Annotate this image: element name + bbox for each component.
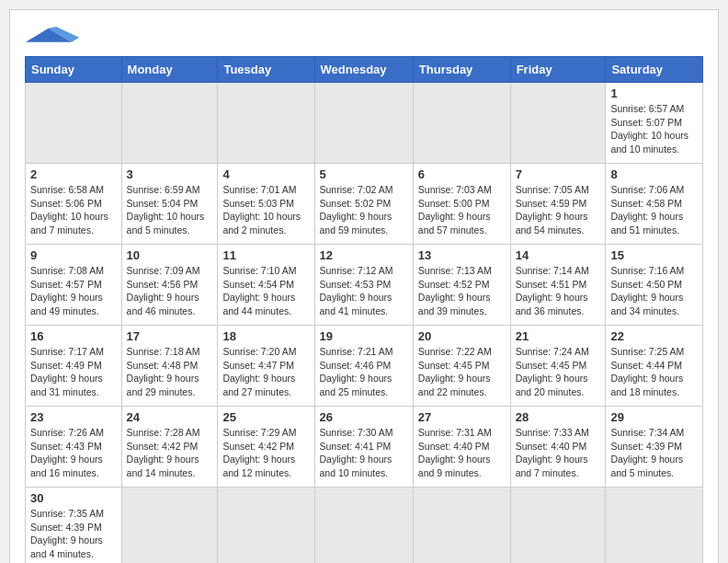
day-cell: 16Sunrise: 7:17 AM Sunset: 4:49 PM Dayli…: [26, 326, 122, 407]
week-row-4: 23Sunrise: 7:26 AM Sunset: 4:43 PM Dayli…: [26, 407, 703, 488]
weekday-sunday: Sunday: [26, 57, 122, 83]
weekday-header-row: SundayMondayTuesdayWednesdayThursdayFrid…: [26, 57, 703, 83]
day-cell: 20Sunrise: 7:22 AM Sunset: 4:45 PM Dayli…: [413, 326, 510, 407]
week-row-1: 2Sunrise: 6:58 AM Sunset: 5:06 PM Daylig…: [26, 164, 703, 245]
day-cell: 30Sunrise: 7:35 AM Sunset: 4:39 PM Dayli…: [26, 488, 122, 564]
day-info: Sunrise: 7:22 AM Sunset: 4:45 PM Dayligh…: [418, 345, 506, 399]
day-info: Sunrise: 7:13 AM Sunset: 4:52 PM Dayligh…: [418, 264, 506, 318]
day-cell: 4Sunrise: 7:01 AM Sunset: 5:03 PM Daylig…: [218, 164, 314, 245]
day-number: 10: [127, 248, 213, 262]
day-number: 20: [418, 329, 506, 343]
day-cell: 3Sunrise: 6:59 AM Sunset: 5:04 PM Daylig…: [121, 164, 218, 245]
day-info: Sunrise: 7:33 AM Sunset: 4:40 PM Dayligh…: [516, 426, 601, 480]
day-info: Sunrise: 7:06 AM Sunset: 4:58 PM Dayligh…: [610, 183, 698, 237]
calendar-table: SundayMondayTuesdayWednesdayThursdayFrid…: [25, 56, 703, 563]
day-info: Sunrise: 7:05 AM Sunset: 4:59 PM Dayligh…: [516, 183, 601, 237]
day-cell: 23Sunrise: 7:26 AM Sunset: 4:43 PM Dayli…: [26, 407, 122, 488]
day-number: 16: [30, 329, 117, 343]
week-row-0: 1Sunrise: 6:57 AM Sunset: 5:07 PM Daylig…: [26, 83, 703, 164]
day-number: 3: [127, 167, 213, 181]
day-info: Sunrise: 7:25 AM Sunset: 4:44 PM Dayligh…: [610, 345, 698, 399]
day-info: Sunrise: 7:10 AM Sunset: 4:54 PM Dayligh…: [222, 264, 309, 318]
day-info: Sunrise: 7:26 AM Sunset: 4:43 PM Dayligh…: [30, 426, 117, 480]
day-cell: 8Sunrise: 7:06 AM Sunset: 4:58 PM Daylig…: [606, 164, 703, 245]
day-cell: [26, 83, 122, 164]
weekday-tuesday: Tuesday: [218, 57, 314, 83]
day-cell: 15Sunrise: 7:16 AM Sunset: 4:50 PM Dayli…: [606, 245, 703, 326]
calendar-container: SundayMondayTuesdayWednesdayThursdayFrid…: [9, 9, 719, 563]
logo-icon: [25, 27, 80, 45]
day-info: Sunrise: 7:29 AM Sunset: 4:42 PM Dayligh…: [222, 426, 309, 480]
header: [25, 25, 703, 45]
day-cell: 27Sunrise: 7:31 AM Sunset: 4:40 PM Dayli…: [413, 407, 510, 488]
day-cell: 29Sunrise: 7:34 AM Sunset: 4:39 PM Dayli…: [606, 407, 703, 488]
logo: [25, 25, 80, 45]
week-row-2: 9Sunrise: 7:08 AM Sunset: 4:57 PM Daylig…: [26, 245, 703, 326]
day-number: 28: [516, 410, 601, 424]
day-info: Sunrise: 7:30 AM Sunset: 4:41 PM Dayligh…: [320, 426, 408, 480]
day-cell: [606, 488, 703, 564]
day-number: 7: [516, 167, 601, 181]
day-number: 14: [516, 248, 601, 262]
day-cell: 26Sunrise: 7:30 AM Sunset: 4:41 PM Dayli…: [314, 407, 413, 488]
day-cell: 10Sunrise: 7:09 AM Sunset: 4:56 PM Dayli…: [121, 245, 218, 326]
day-number: 15: [610, 248, 698, 262]
day-cell: 28Sunrise: 7:33 AM Sunset: 4:40 PM Dayli…: [510, 407, 606, 488]
day-number: 26: [320, 410, 408, 424]
day-cell: 19Sunrise: 7:21 AM Sunset: 4:46 PM Dayli…: [314, 326, 413, 407]
day-cell: [413, 83, 510, 164]
week-row-5: 30Sunrise: 7:35 AM Sunset: 4:39 PM Dayli…: [26, 488, 703, 564]
day-info: Sunrise: 7:21 AM Sunset: 4:46 PM Dayligh…: [320, 345, 408, 399]
day-number: 25: [222, 410, 309, 424]
day-cell: [314, 83, 413, 164]
day-info: Sunrise: 6:57 AM Sunset: 5:07 PM Dayligh…: [610, 102, 698, 156]
day-info: Sunrise: 7:03 AM Sunset: 5:00 PM Dayligh…: [418, 183, 506, 237]
day-info: Sunrise: 7:12 AM Sunset: 4:53 PM Dayligh…: [320, 264, 408, 318]
day-info: Sunrise: 7:35 AM Sunset: 4:39 PM Dayligh…: [30, 507, 117, 561]
day-info: Sunrise: 7:28 AM Sunset: 4:42 PM Dayligh…: [127, 426, 213, 480]
day-info: Sunrise: 7:09 AM Sunset: 4:56 PM Dayligh…: [127, 264, 213, 318]
day-cell: 1Sunrise: 6:57 AM Sunset: 5:07 PM Daylig…: [606, 83, 703, 164]
day-number: 8: [610, 167, 698, 181]
day-info: Sunrise: 7:31 AM Sunset: 4:40 PM Dayligh…: [418, 426, 506, 480]
day-number: 21: [516, 329, 601, 343]
day-info: Sunrise: 7:14 AM Sunset: 4:51 PM Dayligh…: [516, 264, 601, 318]
day-cell: 18Sunrise: 7:20 AM Sunset: 4:47 PM Dayli…: [218, 326, 314, 407]
day-info: Sunrise: 6:58 AM Sunset: 5:06 PM Dayligh…: [30, 183, 117, 237]
day-number: 11: [222, 248, 309, 262]
day-cell: 24Sunrise: 7:28 AM Sunset: 4:42 PM Dayli…: [121, 407, 218, 488]
week-row-3: 16Sunrise: 7:17 AM Sunset: 4:49 PM Dayli…: [26, 326, 703, 407]
day-number: 2: [30, 167, 117, 181]
day-cell: 6Sunrise: 7:03 AM Sunset: 5:00 PM Daylig…: [413, 164, 510, 245]
day-cell: 12Sunrise: 7:12 AM Sunset: 4:53 PM Dayli…: [314, 245, 413, 326]
day-number: 5: [320, 167, 408, 181]
day-number: 17: [127, 329, 213, 343]
day-number: 9: [30, 248, 117, 262]
day-number: 4: [222, 167, 309, 181]
day-info: Sunrise: 7:34 AM Sunset: 4:39 PM Dayligh…: [610, 426, 698, 480]
day-cell: 7Sunrise: 7:05 AM Sunset: 4:59 PM Daylig…: [510, 164, 606, 245]
day-number: 13: [418, 248, 506, 262]
day-cell: 21Sunrise: 7:24 AM Sunset: 4:45 PM Dayli…: [510, 326, 606, 407]
day-info: Sunrise: 7:18 AM Sunset: 4:48 PM Dayligh…: [127, 345, 213, 399]
weekday-saturday: Saturday: [606, 57, 703, 83]
day-cell: 22Sunrise: 7:25 AM Sunset: 4:44 PM Dayli…: [606, 326, 703, 407]
day-info: Sunrise: 7:20 AM Sunset: 4:47 PM Dayligh…: [222, 345, 309, 399]
day-info: Sunrise: 6:59 AM Sunset: 5:04 PM Dayligh…: [127, 183, 213, 237]
day-info: Sunrise: 7:01 AM Sunset: 5:03 PM Dayligh…: [222, 183, 309, 237]
day-cell: 5Sunrise: 7:02 AM Sunset: 5:02 PM Daylig…: [314, 164, 413, 245]
day-number: 12: [320, 248, 408, 262]
day-cell: [510, 488, 606, 564]
day-cell: [121, 83, 218, 164]
day-cell: 13Sunrise: 7:13 AM Sunset: 4:52 PM Dayli…: [413, 245, 510, 326]
day-cell: 17Sunrise: 7:18 AM Sunset: 4:48 PM Dayli…: [121, 326, 218, 407]
day-number: 27: [418, 410, 506, 424]
day-cell: [218, 488, 314, 564]
day-cell: 2Sunrise: 6:58 AM Sunset: 5:06 PM Daylig…: [26, 164, 122, 245]
day-number: 30: [30, 491, 117, 505]
day-number: 22: [610, 329, 698, 343]
day-number: 18: [222, 329, 309, 343]
day-number: 19: [320, 329, 408, 343]
day-info: Sunrise: 7:16 AM Sunset: 4:50 PM Dayligh…: [610, 264, 698, 318]
day-cell: 9Sunrise: 7:08 AM Sunset: 4:57 PM Daylig…: [26, 245, 122, 326]
